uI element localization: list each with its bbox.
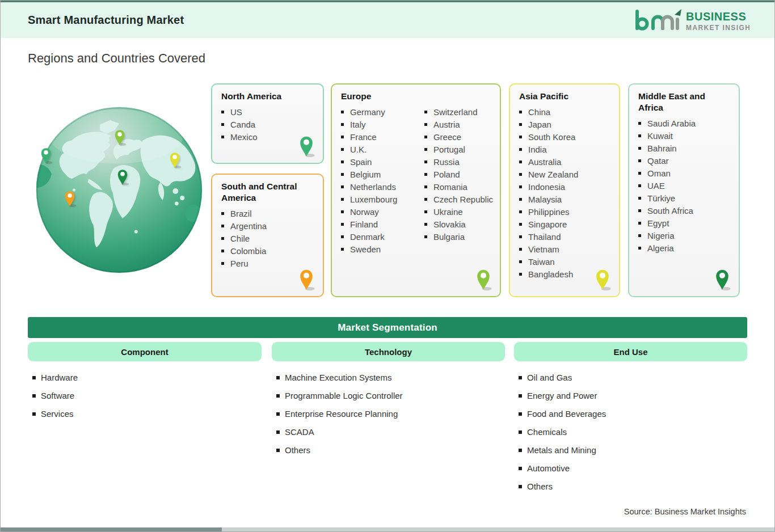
map-pin-icon — [39, 146, 53, 164]
globe-pin-europe — [112, 128, 127, 149]
map-pin-icon — [297, 267, 316, 292]
country-item: Switzerland — [424, 106, 493, 119]
bullet-icon — [341, 198, 344, 201]
bullet-icon — [424, 123, 427, 126]
segment-item: Others — [519, 482, 747, 500]
bullet-icon — [341, 148, 344, 151]
country-item: Canda — [221, 119, 258, 131]
globe-pin-middle-east-africa — [115, 167, 130, 188]
country-column: SwitzerlandAustriaGreecePortugalRussiaPo… — [424, 106, 493, 256]
country-label: Türkiye — [647, 192, 675, 205]
country-label: Philippines — [528, 206, 570, 218]
page-title: Smart Manufacturing Market — [28, 14, 184, 27]
country-item: Slovakia — [424, 218, 493, 231]
country-label: Kuwait — [647, 130, 673, 142]
country-item: Brazil — [221, 208, 267, 220]
bullet-icon — [341, 235, 344, 238]
country-item: Thailand — [519, 231, 578, 243]
segment-label: SCADA — [285, 427, 314, 437]
country-item: Taiwan — [519, 256, 578, 268]
bullet-icon — [519, 467, 522, 470]
country-label: Austria — [433, 119, 460, 131]
segment-header-chip: Technology — [272, 342, 505, 361]
country-label: Thailand — [528, 231, 561, 243]
country-item: Belgium — [341, 168, 420, 181]
bullet-icon — [32, 412, 36, 416]
country-column: BrazilArgentinaChileColombiaPeru — [221, 208, 267, 270]
bullet-icon — [424, 161, 427, 163]
bullet-icon — [519, 260, 522, 263]
country-item: South Korea — [519, 131, 578, 143]
bullet-icon — [221, 250, 224, 252]
region-title: Middle East and Africa — [638, 91, 732, 113]
bullet-icon — [221, 262, 224, 265]
country-label: Qatar — [647, 155, 669, 167]
bullet-icon — [221, 225, 224, 227]
bullet-icon — [341, 185, 344, 188]
segment-item: Metals and Mining — [519, 445, 747, 463]
bullet-icon — [638, 172, 641, 175]
country-item: UAE — [638, 180, 696, 192]
country-item: Nigeria — [638, 230, 696, 242]
country-item: Chile — [221, 233, 267, 245]
source-note: Source: Business Market Insights — [624, 507, 746, 516]
globe-pin-south-central-america — [62, 189, 77, 210]
bullet-icon — [519, 449, 522, 452]
segment-item: Machine Execution Systems — [276, 373, 505, 391]
region-title: North America — [221, 91, 316, 102]
bullet-icon — [424, 210, 427, 213]
bullet-icon — [638, 134, 641, 137]
country-item: U.K. — [341, 143, 420, 156]
segment-item: Programmable Logic Controller — [276, 391, 505, 409]
country-label: Malaysia — [528, 193, 562, 206]
segment-column-technology: TechnologyMachine Execution SystemsProgr… — [272, 342, 505, 463]
bullet-icon — [519, 394, 522, 398]
bullet-icon — [519, 248, 522, 251]
country-label: Egypt — [647, 217, 669, 230]
country-item: Algeria — [638, 242, 696, 255]
country-label: China — [528, 106, 550, 119]
bullet-icon — [519, 412, 522, 416]
infographic-canvas: Smart Manufacturing Market BUSINESS MARK… — [0, 0, 775, 532]
country-item: Norway — [341, 206, 420, 218]
horizontal-scrollbar-track[interactable] — [1, 527, 774, 531]
country-item: Spain — [341, 156, 420, 168]
bullet-icon — [519, 430, 522, 434]
country-item: France — [341, 131, 420, 143]
bullet-icon — [424, 148, 427, 151]
bullet-icon — [519, 235, 522, 238]
region-title: Europe — [341, 91, 493, 102]
logo-brand-line1: BUSINESS — [686, 10, 746, 23]
segment-item: Oil and Gas — [519, 373, 747, 391]
region-card-south-central-america: South and Central AmericaBrazilArgentina… — [211, 174, 324, 297]
bullet-icon — [221, 237, 224, 240]
bullet-icon — [519, 198, 522, 201]
country-item: India — [519, 143, 578, 156]
country-item: Poland — [424, 168, 493, 181]
country-item: Luxembourg — [341, 193, 420, 206]
bullet-icon — [519, 161, 522, 163]
country-label: Bahrain — [647, 142, 677, 155]
country-item: Vietnam — [519, 243, 578, 256]
country-list: ChinaJapanSouth KoreaIndiaAustraliaNew Z… — [519, 106, 612, 281]
segment-item: Services — [32, 409, 262, 427]
bullet-icon — [519, 111, 522, 113]
segment-label: Oil and Gas — [527, 373, 572, 382]
country-label: Bangladesh — [528, 268, 573, 281]
bullet-icon — [341, 161, 344, 163]
country-item: Greece — [424, 131, 493, 143]
arrow-icon — [675, 9, 681, 16]
bmi-logo: BUSINESS MARKET INSIGHTS — [629, 7, 749, 35]
logo-brand-line2: MARKET INSIGHTS — [686, 24, 749, 32]
country-label: Romania — [433, 181, 467, 193]
bullet-icon — [638, 184, 641, 187]
country-item: Türkiye — [638, 192, 696, 205]
bullet-icon — [341, 123, 344, 126]
region-title: South and Central America — [221, 181, 316, 204]
globe-pin-north-america — [39, 146, 53, 167]
country-label: Brazil — [230, 208, 252, 220]
globe-pin-asia-pacific — [167, 150, 182, 171]
segment-column-end-use: End UseOil and GasEnergy and PowerFood a… — [514, 342, 747, 500]
country-item: Indonesia — [519, 181, 578, 193]
horizontal-scrollbar-thumb[interactable] — [1, 527, 222, 531]
